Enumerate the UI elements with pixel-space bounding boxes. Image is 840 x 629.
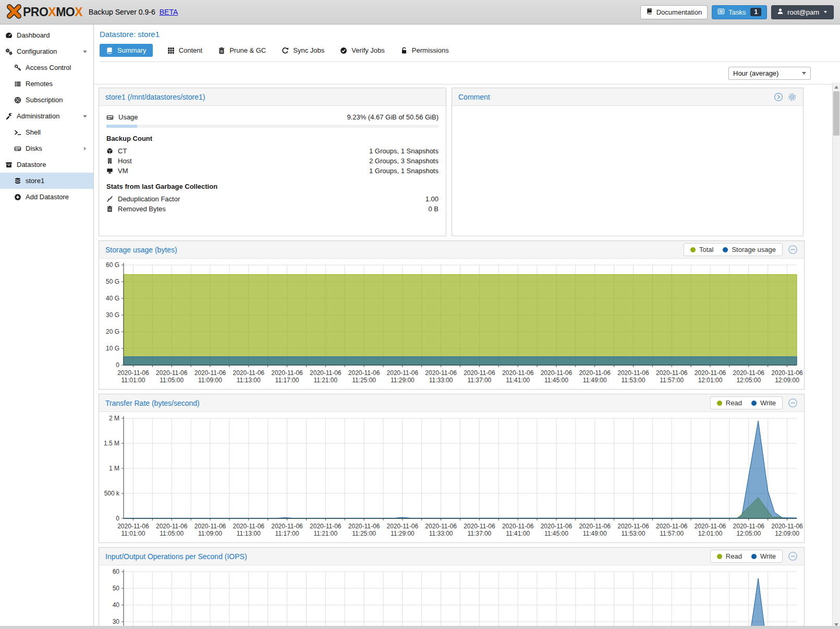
svg-text:2020-11-06: 2020-11-06 [656,369,688,377]
sidebar-item-shell[interactable]: Shell [0,124,93,140]
sidebar-item-datastore[interactable]: Datastore [0,156,93,173]
tab-summary[interactable]: Summary [100,44,153,57]
chart-legend: ReadWrite [710,396,783,409]
sidebar-item-dashboard[interactable]: Dashboard [0,27,93,43]
subscription-icon [14,96,21,104]
legend-item-write[interactable]: Write [751,399,776,407]
tab-permissions[interactable]: Permissions [399,44,450,57]
svg-text:2020-11-06: 2020-11-06 [156,369,188,377]
svg-text:2020-11-06: 2020-11-06 [541,523,573,530]
sidebar-item-add-datastore[interactable]: Add Datastore [0,189,93,205]
sidebar-item-subscription[interactable]: Subscription [0,92,93,108]
svg-text:11:49:00: 11:49:00 [583,530,607,537]
sidebar-item-remotes[interactable]: Remotes [0,76,93,92]
svg-text:2020-11-06: 2020-11-06 [194,523,226,530]
caret-down-icon[interactable] [82,49,88,55]
sidebar-item-configuration[interactable]: Configuration [0,43,93,59]
vertical-scrollbar[interactable] [832,82,840,629]
desktop-icon [106,167,113,174]
svg-text:2020-11-06: 2020-11-06 [194,369,226,377]
legend-dot [723,247,728,252]
page-title: Datastore: store1 [94,25,840,39]
svg-text:11:21:00: 11:21:00 [313,377,337,384]
svg-text:2020-11-06: 2020-11-06 [233,523,265,530]
chart-legend: TotalStorage usage [684,243,783,256]
iops-chart-panel: Input/Output Operations per Second (IOPS… [99,547,805,629]
user-menu-button[interactable]: root@pam [771,5,834,19]
svg-text:11:01:00: 11:01:00 [121,530,145,537]
chevron-down-icon [823,8,828,16]
sidebar-item-administration[interactable]: Administration [0,108,93,124]
scrollbar-thumb[interactable] [833,91,839,136]
transfer-rate-chart-panel: Transfer Rate (bytes/second) ReadWrite 2… [99,394,805,543]
chart-toolbar: Hour (average) [94,62,840,84]
svg-text:2020-11-06: 2020-11-06 [695,523,726,530]
tasks-list-icon [717,8,725,17]
comment-panel: Comment [452,88,804,236]
svg-text:1 M: 1 M [109,465,119,472]
legend-item-storage-usage[interactable]: Storage usage [723,246,776,253]
scroll-up-arrow[interactable] [833,83,840,91]
svg-text:11:45:00: 11:45:00 [544,377,568,384]
caret-right-icon[interactable] [82,146,88,152]
tab-content[interactable]: Content [166,44,204,57]
chevron-down-icon [802,72,806,75]
user-label: root@pam [787,8,819,16]
svg-text:2020-11-06: 2020-11-06 [425,369,457,377]
documentation-button[interactable]: Documentation [640,5,708,19]
edit-comment-icon[interactable] [774,92,783,102]
svg-text:2020-11-06: 2020-11-06 [425,523,457,530]
timeframe-select[interactable]: Hour (average) [728,67,811,80]
usage-label: Usage [118,113,138,121]
tasks-button[interactable]: Tasks 1 [712,5,767,19]
user-icon [777,8,784,16]
svg-text:2020-11-06: 2020-11-06 [310,369,342,377]
svg-text:0: 0 [116,515,119,522]
svg-text:2020-11-06: 2020-11-06 [502,523,534,530]
collapse-chart-icon[interactable] [788,551,798,561]
svg-text:0: 0 [116,361,119,369]
sync-icon [282,47,289,54]
collapse-chart-icon[interactable] [788,245,798,255]
iops-chart: 60504030201002020-11-0611:01:002020-11-0… [99,565,804,629]
host-row: Host2 Groups, 3 Snapshots [106,156,439,166]
legend-item-write[interactable]: Write [751,552,776,560]
svg-text:12:05:00: 12:05:00 [736,377,761,384]
grid-icon [167,47,175,54]
svg-text:12:09:00: 12:09:00 [775,377,799,384]
usage-row: Usage 9.23% (4.67 GiB of 50.56 GiB) [106,112,439,122]
svg-text:11:09:00: 11:09:00 [198,377,222,384]
sidebar-item-access-control[interactable]: Access Control [0,59,93,76]
svg-text:11:21:00: 11:21:00 [313,530,337,537]
tab-verify-jobs[interactable]: Verify Jobs [339,44,386,57]
svg-text:11:57:00: 11:57:00 [660,377,684,384]
svg-text:11:53:00: 11:53:00 [622,377,646,384]
gear-icon[interactable] [787,92,797,102]
datastore-icon [5,161,13,168]
svg-text:2020-11-06: 2020-11-06 [695,369,726,377]
collapse-chart-icon[interactable] [788,398,798,408]
svg-text:2020-11-06: 2020-11-06 [656,523,688,530]
svg-text:11:45:00: 11:45:00 [544,530,568,537]
svg-text:2020-11-06: 2020-11-06 [156,523,188,530]
window-bottom-edge [0,626,840,629]
unlock-icon [400,47,408,54]
tab-prune-gc[interactable]: Prune & GC [217,44,267,57]
svg-text:20 G: 20 G [106,328,119,335]
svg-text:30: 30 [113,618,120,625]
tab-sync-jobs[interactable]: Sync Jobs [281,44,325,57]
removed-bytes-row: Removed Bytes0 B [106,204,439,214]
beta-link[interactable]: BETA [160,8,178,16]
legend-item-total[interactable]: Total [690,246,713,253]
svg-text:11:33:00: 11:33:00 [429,530,453,537]
legend-item-read[interactable]: Read [717,552,742,560]
svg-text:2020-11-06: 2020-11-06 [771,369,803,377]
caret-down-icon[interactable] [82,113,88,119]
panel-title: Comment [458,93,490,101]
svg-text:2020-11-06: 2020-11-06 [348,523,380,530]
svg-text:11:09:00: 11:09:00 [198,530,222,537]
sidebar-item-disks[interactable]: Disks [0,140,93,156]
svg-text:12:01:00: 12:01:00 [698,377,723,384]
sidebar-item-store1[interactable]: store1 [0,173,93,189]
legend-item-read[interactable]: Read [717,399,742,407]
